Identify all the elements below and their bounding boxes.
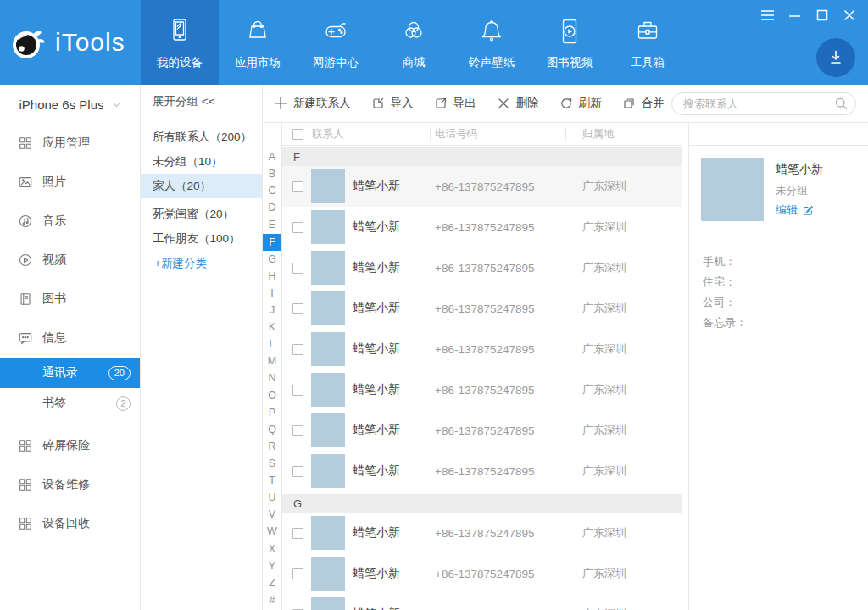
row-checkbox[interactable]	[292, 528, 303, 539]
nav-item-5[interactable]: 铃声壁纸	[453, 0, 531, 85]
sidebar-item[interactable]: 音乐	[0, 202, 140, 241]
group-label: 未分组（10）	[153, 154, 223, 169]
close-button[interactable]	[842, 8, 856, 22]
search-input[interactable]	[671, 92, 856, 115]
column-header-contact: 联系人	[312, 123, 344, 146]
sidebar-item[interactable]: 照片	[0, 163, 140, 202]
alphabet-letter-L[interactable]: L	[263, 336, 281, 352]
row-checkbox[interactable]	[292, 568, 303, 580]
contact-row[interactable]: 蜡笔小新+86-137875247895广东深圳	[282, 369, 682, 410]
toolbar-button[interactable]: 导入	[371, 96, 414, 111]
nav-label: 商城	[403, 55, 426, 70]
minimize-button[interactable]	[787, 8, 802, 22]
download-button[interactable]	[816, 38, 855, 77]
select-all-checkbox[interactable]	[292, 129, 303, 140]
alphabet-letter-G[interactable]: G	[263, 251, 281, 268]
contact-avatar	[311, 251, 345, 285]
nav-item-4[interactable]: 商城	[375, 0, 453, 85]
alphabet-letter-W[interactable]: W	[263, 523, 281, 540]
alphabet-letter-K[interactable]: K	[263, 319, 281, 336]
alphabet-letter-F[interactable]: F	[263, 234, 281, 251]
row-checkbox[interactable]	[292, 303, 303, 314]
new-group-link[interactable]: +新建分类	[141, 251, 262, 275]
contact-row[interactable]: 蜡笔小新+86-137875247895广东深圳	[282, 553, 682, 594]
alphabet-letter-R[interactable]: R	[263, 438, 281, 455]
alphabet-letter-O[interactable]: O	[263, 387, 281, 404]
row-checkbox[interactable]	[292, 385, 303, 396]
row-checkbox[interactable]	[292, 181, 303, 192]
contact-row[interactable]: 蜡笔小新+86-137875247895广东深圳	[282, 288, 682, 329]
menu-button[interactable]	[760, 8, 775, 22]
alphabet-letter-H[interactable]: H	[263, 268, 281, 285]
toolbar-button[interactable]: 合并	[622, 96, 665, 111]
alphabet-letter-S[interactable]: S	[263, 455, 281, 472]
row-checkbox[interactable]	[292, 344, 303, 355]
alphabet-letter-J[interactable]: J	[263, 302, 281, 319]
alphabet-letter-N[interactable]: N	[263, 369, 281, 386]
alphabet-letter-T[interactable]: T	[263, 472, 281, 489]
toolbar-button[interactable]: 刷新	[559, 96, 602, 111]
row-checkbox[interactable]	[292, 222, 303, 233]
edit-contact-link[interactable]: 编辑	[776, 202, 814, 218]
sidebar-item[interactable]: 图书	[0, 280, 140, 319]
group-item[interactable]: 家人（20）	[141, 174, 262, 198]
contact-row[interactable]: 蜡笔小新+86-137875247895广东深圳	[282, 329, 682, 369]
nav-item-3[interactable]: 网游中心	[297, 0, 375, 85]
alphabet-letter-I[interactable]: I	[263, 285, 281, 302]
logo-text: iTools	[55, 28, 125, 57]
row-checkbox[interactable]	[292, 425, 303, 436]
group-item[interactable]: 未分组（10）	[141, 149, 262, 174]
sidebar-item[interactable]: 应用管理	[0, 124, 140, 163]
group-item[interactable]: 死党闺蜜（20）	[141, 202, 262, 226]
search-icon[interactable]	[834, 97, 849, 111]
alphabet-letter-M[interactable]: M	[263, 352, 281, 369]
contact-row[interactable]: 蜡笔小新+86-137875247895广东深圳	[282, 207, 682, 247]
sidebar-item[interactable]: 信息	[0, 319, 140, 358]
row-checkbox[interactable]	[292, 263, 303, 274]
contact-row[interactable]: 蜡笔小新+86-137875247895广东深圳	[282, 513, 682, 553]
nav-item-7[interactable]: 工具箱	[609, 0, 687, 85]
table-body: F蜡笔小新+86-137875247895广东深圳蜡笔小新+86-1378752…	[282, 147, 682, 610]
maximize-icon	[816, 9, 828, 21]
sidebar-item[interactable]: 书签2	[0, 388, 140, 419]
table-header: 联系人 电话号码 归属地	[282, 123, 682, 146]
group-item[interactable]: 所有联系人（200）	[141, 125, 262, 149]
nav-item-2[interactable]: 应用市场	[219, 0, 297, 85]
alphabet-letter-P[interactable]: P	[263, 404, 281, 421]
contact-row[interactable]: 蜡笔小新+86-137875247895广东深圳	[282, 166, 682, 207]
alphabet-letter-X[interactable]: X	[263, 541, 281, 557]
sidebar-item[interactable]: 碎屏保险	[0, 426, 140, 465]
sidebar-item-label: 通讯录	[42, 365, 78, 380]
alphabet-letter-Z[interactable]: Z	[263, 574, 281, 591]
contact-avatar	[701, 158, 764, 221]
alphabet-letter-V[interactable]: V	[263, 506, 281, 523]
contact-row[interactable]: 蜡笔小新+86-137875247895广东深圳	[282, 594, 682, 610]
maximize-button[interactable]	[815, 8, 829, 22]
sidebar-item[interactable]: 设备维修	[0, 465, 140, 504]
alphabet-letter-A[interactable]: A	[263, 148, 281, 165]
toolbar-button[interactable]: 导出	[434, 96, 476, 111]
nav-item-1[interactable]: 我的设备	[141, 0, 219, 85]
contacts-toolbar: 新建联系人 导入 导出 删除 刷新 合并	[263, 85, 868, 123]
row-checkbox[interactable]	[292, 466, 303, 477]
contact-row[interactable]: 蜡笔小新+86-137875247895广东深圳	[282, 247, 682, 288]
sidebar-item[interactable]: 设备回收	[0, 504, 140, 543]
sidebar-item[interactable]: 视频	[0, 241, 140, 280]
alphabet-letter-B[interactable]: B	[263, 165, 281, 182]
toolbar-button[interactable]: 新建联系人	[274, 96, 351, 111]
alphabet-letter-U[interactable]: U	[263, 489, 281, 506]
alphabet-letter-#[interactable]: #	[263, 591, 281, 608]
alphabet-letter-C[interactable]: C	[263, 182, 281, 199]
toolbar-button[interactable]: 删除	[497, 96, 539, 111]
device-selector[interactable]: iPhone 6s Plus	[0, 85, 140, 124]
group-item[interactable]: 工作朋友（100）	[141, 226, 262, 251]
alphabet-letter-D[interactable]: D	[263, 199, 281, 216]
contact-row[interactable]: 蜡笔小新+86-137875247895广东深圳	[282, 410, 682, 451]
sidebar-item[interactable]: 通讯录20	[0, 358, 140, 388]
collapse-groups-toggle[interactable]: 展开分组 <<	[141, 85, 262, 119]
alphabet-letter-Q[interactable]: Q	[263, 421, 281, 438]
contact-row[interactable]: 蜡笔小新+86-137875247895广东深圳	[282, 451, 682, 491]
nav-item-6[interactable]: 图书视频	[531, 0, 609, 85]
alphabet-letter-Y[interactable]: Y	[263, 557, 281, 574]
alphabet-letter-E[interactable]: E	[263, 216, 281, 233]
